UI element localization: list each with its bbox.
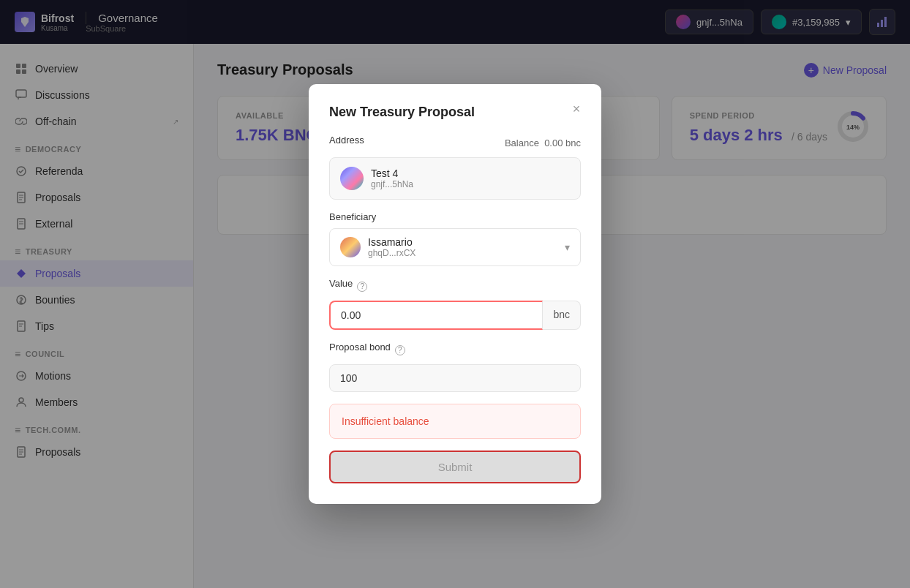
balance-label: Balance 0.00 bnc	[505, 137, 581, 148]
bond-info-icon: ?	[395, 345, 405, 355]
value-unit: bnc	[543, 301, 581, 330]
beneficiary-name: Issamario	[368, 236, 415, 248]
beneficiary-details: Issamario ghqD...rxCX	[368, 236, 415, 258]
bond-label: Proposal bond	[329, 342, 391, 353]
account-avatar	[340, 167, 364, 190]
error-message: Insufficient balance	[342, 415, 429, 427]
submit-button[interactable]: Submit	[329, 451, 581, 483]
value-label: Value	[329, 278, 353, 289]
value-row: bnc	[329, 301, 581, 330]
value-input[interactable]	[329, 301, 543, 330]
modal-close-button[interactable]: ×	[566, 99, 587, 119]
address-box: Test 4 gnjf...5hNa	[329, 157, 581, 200]
modal-title: New Treasury Proposal	[329, 105, 581, 120]
chevron-icon: ▾	[565, 241, 570, 253]
bond-label-row: Proposal bond ?	[329, 342, 581, 358]
beneficiary-avatar	[340, 237, 361, 257]
account-name: Test 4	[371, 167, 413, 179]
beneficiary-info: Issamario ghqD...rxCX	[340, 236, 415, 258]
error-box: Insufficient balance	[329, 404, 581, 439]
account-address: gnjf...5hNa	[371, 179, 413, 189]
modal-overlay[interactable]: New Treasury Proposal × Address Balance …	[0, 0, 910, 588]
modal: New Treasury Proposal × Address Balance …	[309, 84, 601, 504]
modal-address-row: Address Balance 0.00 bnc	[329, 135, 581, 151]
value-label-row: Value ?	[329, 278, 581, 295]
value-info-icon: ?	[357, 282, 367, 292]
beneficiary-label: Beneficiary	[329, 211, 581, 222]
bond-input[interactable]	[329, 364, 581, 392]
beneficiary-select[interactable]: Issamario ghqD...rxCX ▾	[329, 228, 581, 266]
balance-key: Balance	[505, 137, 539, 148]
beneficiary-address: ghqD...rxCX	[368, 248, 415, 258]
balance-value: 0.00 bnc	[544, 137, 581, 148]
address-label: Address	[329, 135, 364, 146]
account-info: Test 4 gnjf...5hNa	[371, 167, 413, 189]
